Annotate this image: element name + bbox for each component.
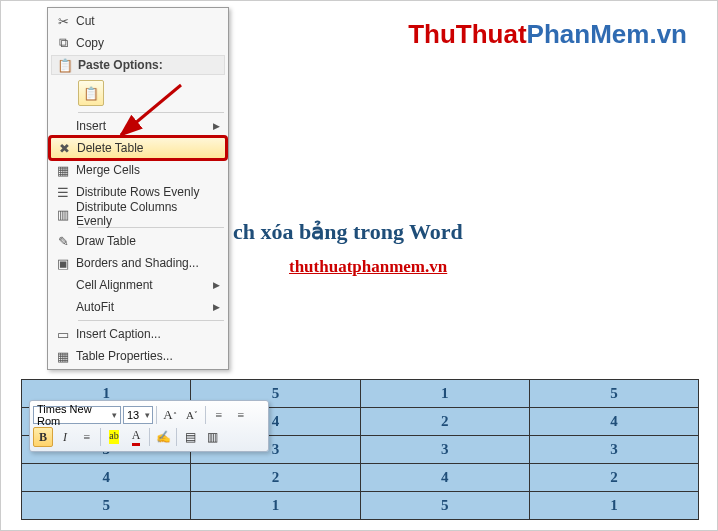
menu-table-properties[interactable]: ▦ Table Properties... [50, 345, 226, 367]
annotation-arrow [111, 79, 191, 149]
table-cell[interactable]: 2 [360, 408, 529, 436]
menu-cell-alignment[interactable]: Cell Alignment ▶ [50, 274, 226, 296]
menu-paste-options-header: 📋 Paste Options: [51, 55, 225, 75]
format-painter-button[interactable]: ✍ [153, 427, 173, 447]
table-cell[interactable]: 3 [529, 436, 698, 464]
table-props-icon: ▦ [50, 349, 76, 364]
font-color-button[interactable]: A [126, 427, 146, 447]
font-name-combo[interactable]: Times New Rom [33, 406, 121, 424]
table-cell[interactable]: 2 [191, 464, 360, 492]
submenu-arrow-icon: ▶ [213, 302, 220, 312]
watermark-logo: ThuThuatPhanMem.vn [408, 19, 687, 50]
caption-icon: ▭ [50, 327, 76, 342]
font-size-combo[interactable]: 13 [123, 406, 153, 424]
borders-icon: ▣ [50, 256, 76, 271]
menu-autofit[interactable]: AutoFit ▶ [50, 296, 226, 318]
table-cell[interactable]: 4 [22, 464, 191, 492]
table-cell[interactable]: 2 [529, 464, 698, 492]
insert-row-button[interactable]: ▤ [180, 427, 200, 447]
bold-button[interactable]: B [33, 427, 53, 447]
table-cell[interactable]: 1 [529, 492, 698, 520]
menu-copy[interactable]: ⧉ Copy [50, 32, 226, 54]
table-cell[interactable]: 3 [360, 436, 529, 464]
align-center-button[interactable]: ≡ [77, 427, 97, 447]
mini-format-toolbar: Times New Rom 13 A˄ A˅ ≡ ≡ B I ≡ ab A ✍ … [29, 400, 269, 452]
document-link[interactable]: thuthuatphanmem.vn [289, 257, 447, 277]
menu-insert-caption[interactable]: ▭ Insert Caption... [50, 323, 226, 345]
paste-keep-source-button[interactable]: 📋 [78, 80, 104, 106]
merge-cells-icon: ▦ [50, 163, 76, 178]
increase-indent-button[interactable]: ≡ [231, 405, 251, 425]
distribute-cols-icon: ▥ [50, 207, 76, 222]
table-cell[interactable]: 5 [22, 492, 191, 520]
copy-icon: ⧉ [50, 35, 76, 51]
delete-table-icon: ✖ [51, 141, 77, 156]
submenu-arrow-icon: ▶ [213, 280, 220, 290]
table-cell[interactable]: 1 [191, 492, 360, 520]
distribute-rows-icon: ☰ [50, 185, 76, 200]
table-cell[interactable]: 4 [529, 408, 698, 436]
grow-font-button[interactable]: A˄ [160, 405, 180, 425]
decrease-indent-button[interactable]: ≡ [209, 405, 229, 425]
document-heading: ch xóa bảng trong Word [233, 219, 463, 245]
italic-button[interactable]: I [55, 427, 75, 447]
highlight-color-button[interactable]: ab [104, 427, 124, 447]
table-cell[interactable]: 1 [360, 380, 529, 408]
menu-borders-shading[interactable]: ▣ Borders and Shading... [50, 252, 226, 274]
table-cell[interactable]: 5 [529, 380, 698, 408]
table-cell[interactable]: 4 [360, 464, 529, 492]
table-row[interactable]: 4242 [22, 464, 699, 492]
menu-cut[interactable]: ✂ Cut [50, 10, 226, 32]
submenu-arrow-icon: ▶ [213, 121, 220, 131]
table-row[interactable]: 5151 [22, 492, 699, 520]
menu-merge-cells[interactable]: ▦ Merge Cells [50, 159, 226, 181]
table-cell[interactable]: 5 [360, 492, 529, 520]
clipboard-icon: 📋 [52, 58, 78, 73]
shrink-font-button[interactable]: A˅ [182, 405, 202, 425]
menu-distribute-columns[interactable]: ▥ Distribute Columns Evenly [50, 203, 226, 225]
scissors-icon: ✂ [50, 14, 76, 29]
svg-line-0 [121, 85, 181, 135]
menu-draw-table[interactable]: ✎ Draw Table [50, 230, 226, 252]
pencil-icon: ✎ [50, 234, 76, 249]
table-context-menu: ✂ Cut ⧉ Copy 📋 Paste Options: 📋 Insert ▶… [47, 7, 229, 370]
insert-col-button[interactable]: ▥ [202, 427, 222, 447]
